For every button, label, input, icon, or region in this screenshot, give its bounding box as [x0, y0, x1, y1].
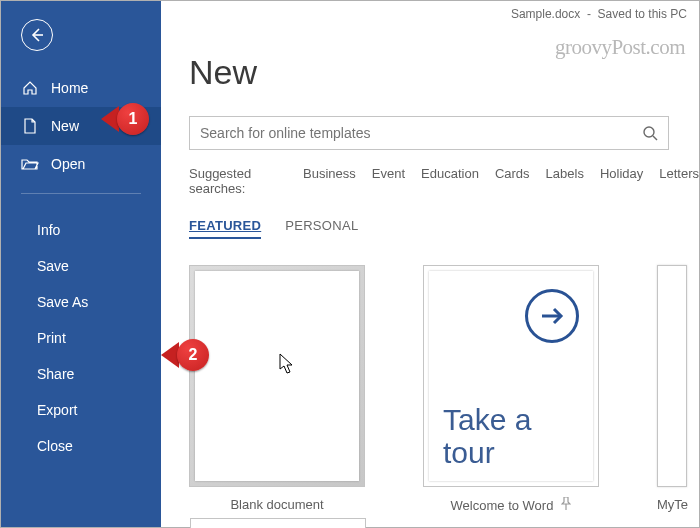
home-icon [21, 79, 39, 97]
folder-open-icon [21, 155, 39, 173]
template-thumb [189, 265, 365, 487]
search-input[interactable] [190, 125, 632, 141]
pin-icon[interactable] [561, 497, 571, 514]
sidebar-item-label: Save As [37, 294, 88, 310]
tour-preview: Take a tour [429, 271, 593, 481]
sidebar-item-label: Home [51, 80, 88, 96]
template-thumb: Take a tour [423, 265, 599, 487]
tab-personal[interactable]: PERSONAL [285, 218, 358, 239]
suggested-searches: Suggested searches: Business Event Educa… [189, 166, 699, 196]
sidebar-item-home[interactable]: Home [1, 69, 161, 107]
back-row [1, 1, 161, 61]
sidebar-separator [21, 193, 141, 194]
sidebar-item-label: Close [37, 438, 73, 454]
titlebar: Sample.docx - Saved to this PC [161, 7, 687, 21]
suggested-label: Suggested searches: [189, 166, 287, 196]
word-backstage: Home New Open Info Save Save As Print Sh… [0, 0, 700, 528]
svg-point-1 [644, 127, 654, 137]
save-status: Saved to this PC [598, 7, 687, 21]
svg-line-2 [653, 136, 657, 140]
suggested-link[interactable]: Education [421, 166, 479, 196]
template-tabs: FEATURED PERSONAL [189, 218, 699, 239]
sidebar-item-label: Print [37, 330, 66, 346]
template-blank-document[interactable]: Blank document [189, 265, 365, 514]
template-row-peek [190, 518, 366, 528]
nav-primary: Home New Open [1, 69, 161, 183]
sidebar-item-label: Info [37, 222, 60, 238]
sidebar-item-label: Open [51, 156, 85, 172]
main-panel: Sample.docx - Saved to this PC groovyPos… [161, 1, 699, 527]
template-label: MyTe [657, 497, 688, 512]
template-search[interactable] [189, 116, 669, 150]
nav-secondary: Info Save Save As Print Share Export Clo… [1, 212, 161, 464]
template-welcome-to-word[interactable]: Take a tour Welcome to Word [423, 265, 599, 514]
template-label: Welcome to Word [451, 498, 554, 513]
sidebar-item-print[interactable]: Print [1, 320, 161, 356]
suggested-link[interactable]: Event [372, 166, 405, 196]
sidebar-item-info[interactable]: Info [1, 212, 161, 248]
suggested-link[interactable]: Labels [546, 166, 584, 196]
template-thumb [657, 265, 687, 487]
sidebar-item-export[interactable]: Export [1, 392, 161, 428]
sidebar-item-save[interactable]: Save [1, 248, 161, 284]
tour-text: Take a tour [443, 403, 579, 469]
tab-featured[interactable]: FEATURED [189, 218, 261, 239]
sidebar-item-open[interactable]: Open [1, 145, 161, 183]
suggested-link[interactable]: Cards [495, 166, 530, 196]
suggested-link[interactable]: Letters [659, 166, 699, 196]
template-grid: Blank document Take a tou [189, 265, 699, 514]
suggested-link[interactable]: Business [303, 166, 356, 196]
document-icon [21, 117, 39, 135]
back-button[interactable] [21, 19, 53, 51]
suggested-link[interactable]: Holiday [600, 166, 643, 196]
arrow-left-icon [29, 27, 45, 43]
search-icon [642, 125, 658, 141]
search-button[interactable] [632, 117, 668, 149]
sidebar-item-saveas[interactable]: Save As [1, 284, 161, 320]
sidebar-item-label: New [51, 118, 79, 134]
sidebar-item-label: Share [37, 366, 74, 382]
sidebar-item-label: Save [37, 258, 69, 274]
blank-page-preview [195, 271, 359, 481]
doc-name: Sample.docx [511, 7, 580, 21]
backstage-sidebar: Home New Open Info Save Save As Print Sh… [1, 1, 161, 527]
sidebar-item-close[interactable]: Close [1, 428, 161, 464]
sidebar-item-new[interactable]: New [1, 107, 161, 145]
sidebar-item-label: Export [37, 402, 77, 418]
template-partial[interactable]: MyTe [657, 265, 687, 514]
sidebar-item-share[interactable]: Share [1, 356, 161, 392]
template-label: Blank document [230, 497, 323, 512]
arrow-right-circle-icon [525, 289, 579, 343]
watermark-text: groovyPost.com [555, 35, 685, 60]
